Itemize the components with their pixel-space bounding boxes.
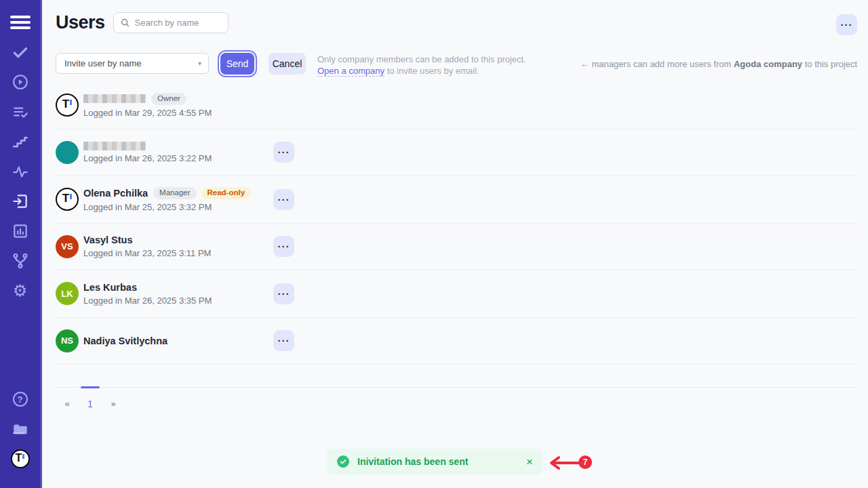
last-login: Logged in Mar 26, 2025 3:35 PM — [83, 296, 273, 306]
user-name: Les Kurbas — [83, 282, 137, 293]
page-title: Users — [56, 12, 105, 33]
pagination-prev-button[interactable]: « — [56, 388, 79, 409]
sidebar-item-runs[interactable] — [9, 72, 32, 92]
manager-note: ← managers can add more users from Agoda… — [580, 53, 857, 69]
search-input[interactable] — [113, 12, 229, 33]
play-circle-icon — [12, 73, 29, 91]
row-menu-button[interactable]: ··· — [273, 142, 294, 163]
avatar: NS — [56, 329, 79, 352]
check-icon — [12, 43, 29, 61]
row-menu-button[interactable]: ··· — [273, 330, 294, 351]
logo-icon: T — [11, 449, 30, 468]
annotation-arrow-icon — [546, 455, 583, 471]
gear-icon: ⚙ — [13, 283, 28, 299]
list-check-icon — [12, 103, 29, 121]
hamburger-icon — [10, 16, 31, 29]
user-name: Nadiya Svitlychna — [83, 336, 167, 346]
last-login: Logged in Mar 26, 2025 3:22 PM — [83, 153, 273, 163]
user-info: Olena Pchilka ManagerRead-only Logged in… — [83, 187, 273, 212]
row-menu-button[interactable]: ··· — [273, 236, 294, 257]
company-name: Agoda company — [734, 59, 802, 69]
sidebar-item-reports[interactable] — [9, 221, 32, 241]
sidebar-item-users[interactable] — [9, 191, 32, 211]
branch-icon — [12, 252, 29, 270]
user-info: Logged in Mar 26, 2025 3:22 PM — [83, 142, 273, 163]
user-info: Nadiya Svitlychna — [83, 336, 273, 346]
helper-line1: Only company members can be added to thi… — [317, 54, 526, 65]
sidebar-item-analytics[interactable] — [9, 161, 32, 182]
sidebar: ⚙ ? T — [0, 0, 42, 488]
send-button[interactable]: Send — [220, 53, 254, 75]
avatar: T — [56, 94, 79, 117]
menu-toggle-button[interactable] — [9, 12, 32, 33]
sidebar-item-projects[interactable] — [9, 419, 32, 439]
avatar: LK — [56, 282, 79, 305]
role-badge: Read-only — [201, 187, 252, 199]
cancel-button[interactable]: Cancel — [269, 53, 306, 75]
user-name: Vasyl Stus — [83, 235, 133, 245]
badges: Owner — [151, 93, 186, 105]
table-row: Logged in Mar 26, 2025 3:22 PM ··· — [56, 129, 857, 177]
toast-close-icon[interactable]: × — [526, 456, 533, 468]
sidebar-item-tasks[interactable] — [9, 42, 32, 62]
invite-bar: Invite user by name ▾ Send Cancel Only c… — [56, 53, 857, 77]
user-info: Owner Logged in Mar 29, 2025 4:55 PM — [83, 93, 273, 118]
help-icon: ? — [13, 392, 28, 407]
row-menu-button[interactable]: ··· — [273, 283, 294, 304]
main-content: Users ··· Invite user by name ▾ Send Can… — [42, 0, 868, 488]
user-info: Les Kurbas Logged in Mar 26, 2025 3:35 P… — [83, 282, 273, 306]
last-login: Logged in Mar 23, 2025 3:11 PM — [83, 248, 273, 258]
search-icon — [120, 18, 130, 28]
pagination-next-button[interactable]: » — [102, 388, 125, 409]
table-row: T Owner Logged in Mar 29, 2025 4:55 PM — [56, 82, 857, 129]
invite-helper-text: Only company members can be added to thi… — [317, 53, 526, 77]
badges: ManagerRead-only — [153, 187, 251, 199]
user-info: Vasyl Stus Logged in Mar 23, 2025 3:11 P… — [83, 235, 273, 258]
open-company-link[interactable]: Open a company — [317, 66, 384, 77]
table-row: VS Vasyl Stus Logged in Mar 23, 2025 3:1… — [56, 224, 857, 271]
stairs-icon — [12, 133, 29, 150]
page-more-button[interactable]: ··· — [836, 14, 857, 35]
success-check-icon — [337, 455, 349, 468]
avatar — [56, 141, 79, 164]
toast-message: Inivitation has been sent — [357, 456, 468, 467]
chevron-down-icon: ▾ — [198, 60, 201, 67]
last-login: Logged in Mar 25, 2025 3:32 PM — [83, 202, 273, 212]
login-icon — [12, 192, 29, 210]
avatar: T — [56, 188, 79, 211]
sidebar-item-help[interactable]: ? — [9, 389, 32, 409]
table-row: LK Les Kurbas Logged in Mar 26, 2025 3:3… — [56, 270, 857, 318]
sidebar-item-settings[interactable]: ⚙ — [9, 281, 32, 301]
pulse-icon — [12, 163, 29, 180]
row-menu-button[interactable]: ··· — [273, 189, 294, 210]
pagination-page-1[interactable]: 1 — [79, 388, 102, 409]
role-badge: Manager — [153, 187, 196, 199]
app-logo[interactable]: T — [9, 449, 32, 469]
pagination: « 1 » — [56, 387, 857, 409]
success-toast: Inivitation has been sent × — [327, 449, 542, 474]
role-badge: Owner — [151, 93, 186, 105]
invite-select-value: Invite user by name — [64, 58, 141, 68]
avatar: VS — [56, 235, 79, 258]
sidebar-item-branches[interactable] — [9, 251, 32, 271]
search-box — [113, 12, 229, 33]
user-name — [83, 142, 146, 150]
helper-line2: Open a company to invite users by email. — [317, 65, 526, 77]
folder-icon — [12, 420, 29, 438]
sidebar-item-test-plans[interactable] — [9, 102, 32, 122]
table-row: NS Nadiya Svitlychna ··· — [56, 318, 857, 365]
last-login: Logged in Mar 29, 2025 4:55 PM — [83, 108, 273, 118]
sidebar-item-steps[interactable] — [9, 131, 32, 152]
user-name: Olena Pchilka — [83, 188, 148, 199]
bar-chart-icon — [12, 222, 29, 240]
table-row: T Olena Pchilka ManagerRead-only Logged … — [56, 176, 857, 224]
annotation-number-badge: 7 — [578, 455, 592, 469]
invite-user-select[interactable]: Invite user by name ▾ — [56, 53, 209, 74]
user-name — [83, 94, 146, 103]
user-list: T Owner Logged in Mar 29, 2025 4:55 PM L… — [56, 82, 857, 365]
